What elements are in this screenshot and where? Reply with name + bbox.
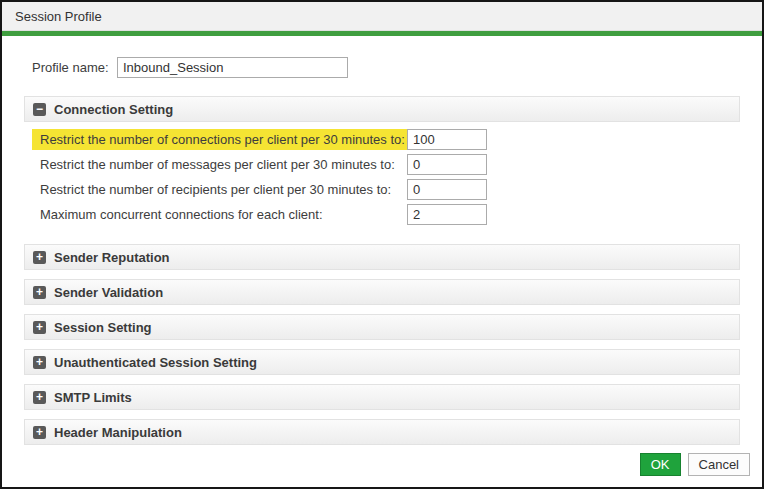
section-unauthenticated-session-setting: + Unauthenticated Session Setting [24,349,740,375]
setting-label: Maximum concurrent connections for each … [32,204,407,225]
setting-row-recipients-limit: Restrict the number of recipients per cl… [24,177,740,202]
connections-limit-input[interactable] [407,129,487,150]
section-header-session-setting[interactable]: + Session Setting [24,314,740,340]
dialog-body: Profile name: − Connection Setting Restr… [2,36,762,445]
section-header-manipulation: + Header Manipulation [24,419,740,445]
connection-setting-body: Restrict the number of connections per c… [24,122,740,235]
section-smtp-limits: + SMTP Limits [24,384,740,410]
section-header-sender-validation[interactable]: + Sender Validation [24,279,740,305]
section-session-setting: + Session Setting [24,314,740,340]
messages-limit-input[interactable] [407,154,487,175]
setting-label-highlighted: Restrict the number of connections per c… [32,129,407,150]
profile-name-row: Profile name: [32,56,740,78]
setting-row-concurrent-connections: Maximum concurrent connections for each … [24,202,740,227]
ok-button[interactable]: OK [640,453,681,476]
expand-icon[interactable]: + [33,321,46,334]
section-sender-validation: + Sender Validation [24,279,740,305]
expand-icon[interactable]: + [33,426,46,439]
dialog-title: Session Profile [15,9,102,24]
section-header-unauthenticated-session-setting[interactable]: + Unauthenticated Session Setting [24,349,740,375]
section-label: SMTP Limits [54,390,132,405]
session-profile-dialog: Session Profile Profile name: − Connecti… [0,0,764,489]
section-label: Session Setting [54,320,152,335]
expand-icon[interactable]: + [33,286,46,299]
section-label: Sender Reputation [54,250,170,265]
section-header-connection-setting[interactable]: − Connection Setting [24,96,740,122]
section-label: Sender Validation [54,285,163,300]
concurrent-connections-input[interactable] [407,204,487,225]
profile-name-input[interactable] [117,57,348,78]
dialog-footer: OK Cancel [640,453,750,476]
section-connection-setting: − Connection Setting Restrict the number… [24,96,740,235]
setting-row-connections-limit: Restrict the number of connections per c… [24,127,740,152]
setting-label: Restrict the number of recipients per cl… [32,179,407,200]
expand-icon[interactable]: + [33,356,46,369]
collapse-icon[interactable]: − [33,103,46,116]
profile-name-label: Profile name: [32,60,117,75]
expand-icon[interactable]: + [33,391,46,404]
section-header-header-manipulation[interactable]: + Header Manipulation [24,419,740,445]
section-header-sender-reputation[interactable]: + Sender Reputation [24,244,740,270]
section-label: Connection Setting [54,102,173,117]
setting-label: Restrict the number of messages per clie… [32,154,407,175]
cancel-button[interactable]: Cancel [688,453,750,476]
dialog-titlebar: Session Profile [2,2,762,31]
recipients-limit-input[interactable] [407,179,487,200]
section-label: Unauthenticated Session Setting [54,355,257,370]
expand-icon[interactable]: + [33,251,46,264]
setting-row-messages-limit: Restrict the number of messages per clie… [24,152,740,177]
section-header-smtp-limits[interactable]: + SMTP Limits [24,384,740,410]
section-sender-reputation: + Sender Reputation [24,244,740,270]
section-label: Header Manipulation [54,425,182,440]
